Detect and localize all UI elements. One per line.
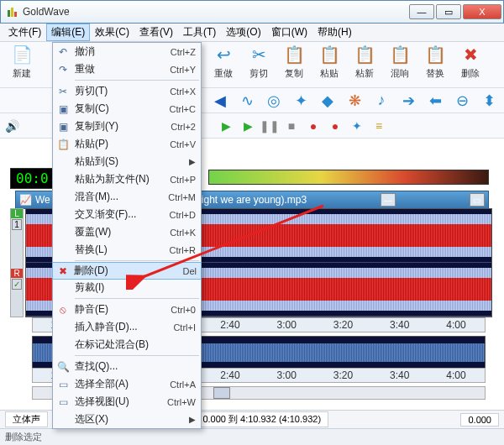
menu-item-redo[interactable]: ↷重做Ctrl+Y <box>53 60 201 78</box>
shortcut: Ctrl+P <box>170 175 196 185</box>
redo-icon: ↷ <box>56 63 70 76</box>
menu-item-label: 替换(L) <box>75 243 108 257</box>
pinwheel-icon[interactable]: ❋ <box>344 91 365 111</box>
menu-item-crossfade[interactable]: 交叉渐变(F)...Ctrl+D <box>53 206 201 223</box>
shortcut: Ctrl+C <box>170 104 196 114</box>
circle-effect-icon[interactable]: ◎ <box>264 91 284 111</box>
menu-item-label: 选择全部(A) <box>75 377 129 391</box>
note-icon[interactable]: ♪ <box>371 91 391 111</box>
record2-icon[interactable]: ● <box>326 117 344 135</box>
replace-icon <box>56 243 70 257</box>
redo-icon[interactable]: ↩重做 <box>207 44 240 86</box>
vsplit-icon[interactable]: ⬍ <box>479 91 499 111</box>
status-position: 0.000 <box>460 413 499 427</box>
menu-item-paste-new[interactable]: 粘贴为新文件(N)Ctrl+P <box>53 170 201 188</box>
hsplit-icon[interactable]: ⊖ <box>452 91 472 111</box>
menu-3[interactable]: 查看(V) <box>134 24 178 41</box>
menu-item-label: 在标记处混合(B) <box>75 338 149 352</box>
paste-new-icon <box>56 173 70 186</box>
play-icon[interactable]: ▶ <box>217 117 235 135</box>
tick: 3:00 <box>277 319 297 331</box>
menu-item-mix[interactable]: 混音(M)...Ctrl+M <box>53 188 201 206</box>
menu-5[interactable]: 选项(O) <box>221 24 265 41</box>
time-display: 00:0 <box>10 168 55 189</box>
menu-1[interactable]: 编辑(E) <box>46 24 90 41</box>
shortcut: Ctrl+M <box>168 192 196 202</box>
menu-item-copy[interactable]: ▣复制(C)Ctrl+C <box>53 100 201 118</box>
mix-at-marker-icon <box>56 338 70 352</box>
menu-item-find[interactable]: 🔍查找(Q)... <box>53 358 201 375</box>
mix-icon <box>56 191 70 204</box>
channel-1-label[interactable]: 1 <box>12 219 22 230</box>
arrow-left-icon[interactable]: ⬅ <box>425 91 445 111</box>
selection-icon <box>56 413 70 427</box>
record-icon[interactable]: ● <box>304 117 323 135</box>
select-all-icon: ▭ <box>56 378 70 391</box>
doc-max-button[interactable]: ▭ <box>470 193 485 207</box>
menu-4[interactable]: 工具(T) <box>178 24 221 41</box>
cut-icon[interactable]: ✂剪切 <box>242 44 276 86</box>
crossfade-icon <box>56 208 70 222</box>
pause-icon[interactable]: ❚❚ <box>260 117 279 135</box>
play2-icon[interactable]: ▶ <box>239 117 257 135</box>
arrow-right-icon[interactable]: ➔ <box>398 91 418 111</box>
status-stereo[interactable]: 立体声 <box>5 411 48 427</box>
maximize-button[interactable]: ▭ <box>436 4 461 19</box>
menu-6[interactable]: 窗口(W) <box>266 24 312 41</box>
menu-0[interactable]: 文件(F) <box>3 24 46 41</box>
close-button[interactable]: X <box>463 4 501 19</box>
minimize-button[interactable]: — <box>409 4 434 19</box>
window-title: GoldWave <box>23 6 409 18</box>
stop-icon[interactable]: ■ <box>282 117 301 135</box>
scrollbar-thumb[interactable] <box>213 387 230 399</box>
menu-item-undo[interactable]: ↶撤消Ctrl+Z <box>53 43 201 60</box>
shortcut: Ctrl+W <box>167 397 196 407</box>
tick: 3:20 <box>333 319 353 331</box>
menu-item-cut[interactable]: ✂剪切(T)Ctrl+X <box>53 82 201 100</box>
menu-item-mute[interactable]: ⦸静音(E)Ctrl+0 <box>53 301 201 318</box>
marker-icon[interactable]: ✦ <box>348 117 366 135</box>
diamond-icon[interactable]: ◆ <box>318 91 338 111</box>
menu-7[interactable]: 帮助(H) <box>312 24 357 41</box>
wave-effect-icon[interactable]: ∿ <box>237 91 257 111</box>
props-icon[interactable]: ≡ <box>370 117 388 135</box>
menu-2[interactable]: 效果(C) <box>90 24 134 41</box>
svg-rect-0 <box>8 10 10 17</box>
doc-min-button[interactable]: — <box>381 193 396 207</box>
paste-new-icon[interactable]: 📋粘新 <box>348 44 381 86</box>
menu-item-label: 删除(D) <box>74 264 108 278</box>
shortcut: Del <box>182 266 197 276</box>
menu-item-mix-at-marker[interactable]: 在标记处混合(B) <box>53 336 201 353</box>
new-file-icon[interactable]: 📄新建 <box>5 44 39 86</box>
menu-item-overwrite[interactable]: 覆盖(W)Ctrl+K <box>53 223 201 241</box>
replace-icon[interactable]: 📋替换 <box>418 44 452 86</box>
mix-icon[interactable]: 📋混响 <box>383 44 417 86</box>
tick: 3:20 <box>333 369 353 381</box>
hint-bar: 删除选定 <box>0 428 504 445</box>
menu-item-selection[interactable]: 选区(X)▶ <box>53 411 201 428</box>
menu-item-label: 撤消 <box>75 44 95 59</box>
sparkle-icon[interactable]: ✦ <box>291 91 311 111</box>
speaker-icon[interactable]: ◀ <box>210 91 230 111</box>
menu-item-insert-silence[interactable]: 插入静音(D)...Ctrl+I <box>53 318 201 336</box>
menu-item-paste[interactable]: 📋粘贴(P)Ctrl+V <box>53 135 201 153</box>
menu-item-trim[interactable]: 剪裁(I) <box>53 279 201 296</box>
delete-big-icon[interactable]: ✖删除 <box>454 44 487 86</box>
menu-item-label: 复制(C) <box>75 102 109 116</box>
copy-icon[interactable]: 📋复制 <box>277 44 311 86</box>
menu-item-label: 混音(M)... <box>75 190 118 204</box>
tick: 4:00 <box>446 319 465 331</box>
insert-silence-icon <box>56 321 70 334</box>
menu-item-select-all[interactable]: ▭选择全部(A)Ctrl+A <box>53 375 201 393</box>
menu-item-select-view[interactable]: ▭选择视图(U)Ctrl+W <box>53 393 201 411</box>
channel-check[interactable]: ✓ <box>12 279 22 290</box>
shortcut: Ctrl+Z <box>171 47 196 57</box>
submenu-arrow-icon: ▶ <box>189 157 196 166</box>
menu-item-delete[interactable]: ✖删除(D)Del <box>52 262 202 280</box>
menu-item-paste-to[interactable]: 粘贴到(S)▶ <box>53 153 201 170</box>
svg-rect-2 <box>14 12 17 17</box>
paste-icon[interactable]: 📋粘贴 <box>312 44 346 86</box>
shortcut: Ctrl+R <box>170 245 196 255</box>
menu-item-replace[interactable]: 替换(L)Ctrl+R <box>53 241 201 259</box>
menu-item-copy-to[interactable]: ▣复制到(Y)Ctrl+2 <box>53 118 201 135</box>
